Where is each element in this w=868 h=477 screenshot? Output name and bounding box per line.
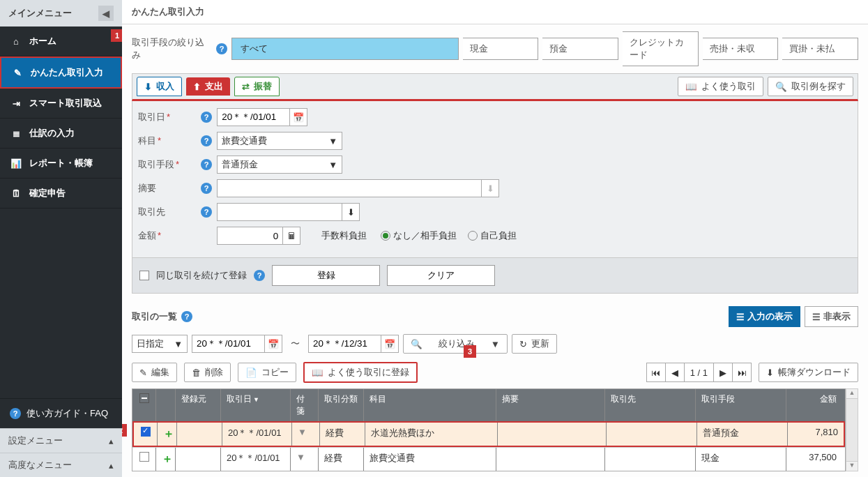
header-cust[interactable]: 取引先 — [605, 389, 696, 421]
help-icon[interactable]: ? — [201, 159, 212, 170]
form-footer: 同じ取引を続けて登録 ? 登録 クリア — [132, 258, 858, 294]
sidebar-item-easy-entry[interactable]: ✎ かんたん取引入力 — [0, 56, 122, 89]
btn-label: 取引例を探す — [791, 80, 846, 93]
transactions-table: 登録元 取引日▼ 付箋 取引分類 科目 摘要 取引先 取引手段 金額 2 ＋ — [132, 388, 846, 471]
customer-dropdown-button[interactable]: ⬇ — [342, 203, 360, 221]
select-value: 旅費交通費 — [222, 135, 267, 147]
date-mode-select[interactable]: 日指定▼ — [132, 335, 188, 353]
filter-tab-cash[interactable]: 現金 — [463, 38, 539, 60]
header-checkbox[interactable] — [132, 389, 156, 421]
repeat-label: 同じ取引を続けて登録 — [156, 269, 247, 282]
help-icon[interactable]: ? — [201, 135, 212, 146]
amount-input[interactable] — [217, 227, 283, 245]
filter-dropdown-button[interactable]: 🔍絞り込み▼ — [403, 334, 508, 354]
row-meth: 現金 — [696, 448, 786, 471]
fee-radio-none[interactable]: なし／相手負担 — [381, 229, 457, 242]
view-hide-button[interactable]: ☰非表示 — [805, 306, 858, 327]
sidebar-guide[interactable]: ? 使い方ガイド・FAQ — [0, 398, 122, 428]
view-show-button[interactable]: ☰入力の表示 — [729, 306, 800, 327]
sidebar-settings[interactable]: 設定メニュー ▴ — [0, 428, 122, 453]
header-desc[interactable]: 摘要 — [496, 389, 605, 421]
row-checkbox[interactable] — [139, 452, 149, 462]
tab-label: 振替 — [254, 80, 272, 93]
chevron-down-icon[interactable]: ▼ — [298, 427, 307, 437]
submit-button[interactable]: 登録 — [272, 265, 380, 286]
list-toolbar: 日指定▼ 📅 〜 📅 🔍絞り込み▼ 3 ↻更新 — [132, 334, 858, 354]
sidebar-advanced-label: 高度なメニュー — [8, 459, 72, 471]
tax-icon: 🗓 — [10, 187, 22, 199]
trash-icon: 🗑 — [192, 368, 201, 378]
download-button[interactable]: ⬇帳簿ダウンロード — [759, 363, 858, 382]
header-amt[interactable]: 金額 — [786, 389, 842, 421]
sidebar-item-home[interactable]: ⌂ ホーム 1 — [0, 26, 122, 56]
sidebar-item-smart-import[interactable]: ⇥ スマート取引取込 — [0, 89, 122, 119]
account-select[interactable]: 旅費交通費▼ — [217, 132, 342, 150]
edit-button[interactable]: ✎編集 — [132, 363, 177, 382]
help-icon[interactable]: ? — [216, 43, 227, 54]
header-meth[interactable]: 取引手段 — [696, 389, 786, 421]
delete-button[interactable]: 🗑削除 — [184, 363, 231, 382]
filter-tab-deposit[interactable]: 預金 — [542, 38, 618, 60]
header-acct[interactable]: 科目 — [364, 389, 496, 421]
calendar-icon[interactable]: 📅 — [289, 108, 307, 126]
sidebar-item-reports[interactable]: 📊 レポート・帳簿 — [0, 149, 122, 179]
date-to-input[interactable] — [308, 335, 381, 353]
sidebar-item-label: レポート・帳簿 — [29, 157, 93, 169]
help-icon[interactable]: ? — [201, 183, 212, 194]
row-cust — [607, 423, 697, 446]
repeat-checkbox[interactable] — [139, 271, 149, 280]
header-cat[interactable]: 取引分類 — [319, 389, 364, 421]
row-date: 20＊＊/01/01 — [221, 448, 291, 471]
refresh-button[interactable]: ↻更新 — [512, 334, 557, 354]
add-to-favorites-button[interactable]: 📖よく使う取引に登録 — [303, 362, 418, 383]
sidebar-advanced[interactable]: 高度なメニュー ▴ — [0, 453, 122, 477]
date-input[interactable] — [217, 108, 290, 126]
vertical-scrollbar[interactable]: ▲ ▼ — [846, 388, 858, 471]
tab-expense[interactable]: ⬆支出 — [186, 77, 230, 96]
customer-input[interactable] — [217, 203, 342, 221]
page-title: かんたん取引入力 — [122, 0, 868, 24]
help-icon[interactable]: ? — [201, 206, 212, 218]
list-icon: ☰ — [736, 312, 745, 322]
clear-button[interactable]: クリア — [387, 265, 495, 286]
expand-row-icon[interactable]: ＋ — [162, 453, 173, 464]
help-icon[interactable]: ? — [181, 311, 192, 322]
filter-tab-credit[interactable]: クレジットカード — [623, 31, 699, 66]
desc-dropdown-button[interactable]: ⬇ — [481, 179, 499, 197]
sidebar-item-journal[interactable]: ≣ 仕訳の入力 — [0, 119, 122, 149]
filter-tab-receivable[interactable]: 売掛・未収 — [703, 38, 779, 60]
pager-next[interactable]: ▶ — [713, 363, 733, 382]
tab-income[interactable]: ⬇収入 — [137, 77, 182, 96]
fee-radio-self[interactable]: 自己負担 — [468, 229, 517, 242]
calendar-icon[interactable]: 📅 — [381, 335, 399, 353]
filter-tab-payable[interactable]: 買掛・未払 — [782, 38, 858, 60]
pager-last[interactable]: ⏭ — [732, 363, 752, 382]
chevron-down-icon[interactable]: ▼ — [296, 452, 305, 462]
pager-prev[interactable]: ◀ — [665, 363, 685, 382]
header-tag[interactable]: 付箋 — [291, 389, 319, 421]
method-select[interactable]: 普通預金▼ — [217, 156, 342, 174]
header-date[interactable]: 取引日▼ — [221, 389, 291, 421]
header-src[interactable]: 登録元 — [176, 389, 221, 421]
desc-input[interactable] — [217, 179, 482, 197]
copy-button[interactable]: 📄コピー — [238, 363, 296, 382]
row-cust — [605, 448, 696, 471]
tab-transfer[interactable]: ⇄振替 — [234, 77, 280, 96]
expand-row-icon[interactable]: ＋ — [163, 427, 174, 439]
calculator-icon[interactable]: 🖩 — [282, 227, 300, 245]
calendar-icon[interactable]: 📅 — [264, 335, 282, 353]
help-icon[interactable]: ? — [254, 270, 265, 281]
date-from-input[interactable] — [192, 335, 265, 353]
pager-first[interactable]: ⏮ — [646, 363, 666, 382]
filter-tab-all[interactable]: すべて — [231, 38, 459, 60]
sidebar-collapse-button[interactable]: ◀ — [98, 6, 114, 21]
btn-label: 編集 — [151, 366, 169, 379]
badge-3: 3 — [464, 345, 476, 358]
table-row[interactable]: ＋ 20＊＊/01/01 ▼ 経費 旅費交通費 現金 37,500 — [132, 447, 845, 471]
sidebar-item-tax[interactable]: 🗓 確定申告 — [0, 179, 122, 209]
search-examples-button[interactable]: 🔍取引例を探す — [768, 77, 853, 96]
row-checkbox[interactable] — [141, 427, 151, 437]
help-icon[interactable]: ? — [201, 112, 212, 123]
table-row[interactable]: ＋ 20＊＊/01/01 ▼ 経費 水道光熱費ほか 普通預金 7,810 — [132, 421, 845, 447]
favorites-button[interactable]: 📖よく使う取引 — [678, 77, 763, 96]
